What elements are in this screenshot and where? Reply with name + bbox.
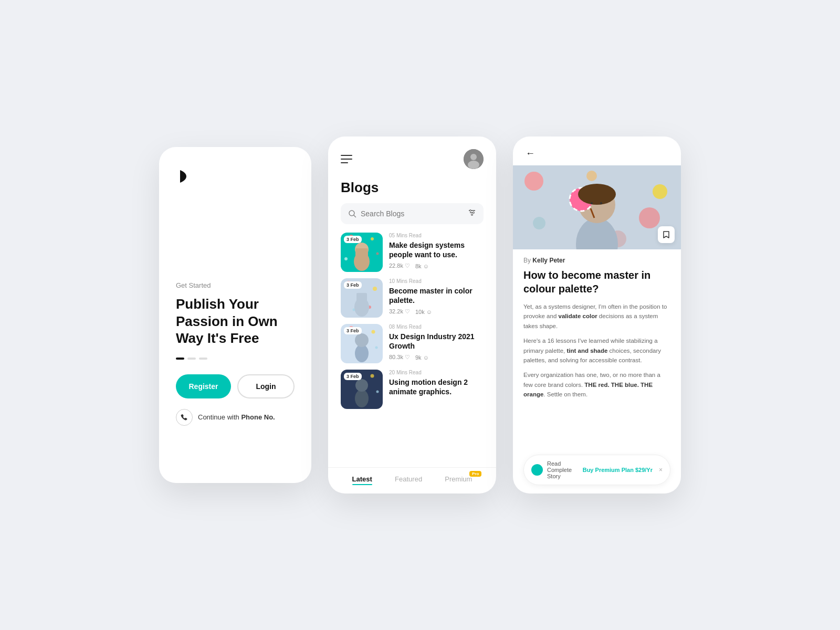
svg-point-48 — [578, 184, 616, 205]
blog-info: 08 Mins Read Ux Design Industry 2021 Gro… — [389, 324, 484, 361]
onboarding-content: Get Started Publish Your Passion in Own … — [176, 187, 295, 426]
onboarding-screen: Get Started Publish Your Passion in Own … — [159, 147, 311, 483]
tab-latest[interactable]: Latest — [352, 475, 372, 485]
body-paragraph-2: Here's a 16 lessons I've learned while s… — [523, 336, 670, 365]
blog-thumbnail: 3 Feb — [341, 370, 383, 409]
svg-point-2 — [468, 161, 479, 169]
svg-point-50 — [600, 202, 602, 204]
date-badge: 3 Feb — [344, 236, 362, 243]
search-bar — [341, 203, 484, 224]
filter-icon[interactable] — [468, 208, 476, 219]
blog-info: 20 Mins Read Using motion design 2 anima… — [389, 370, 484, 400]
comments-stat: 8k ☺ — [415, 263, 429, 269]
svg-rect-25 — [356, 293, 367, 302]
avatar[interactable] — [464, 149, 484, 169]
blog-stats: 80.3k ♡ 9k ☺ — [389, 354, 484, 361]
screens-container: Get Started Publish Your Passion in Own … — [159, 136, 681, 494]
back-button[interactable]: ← — [526, 148, 668, 159]
get-started-label: Get Started — [176, 281, 295, 289]
svg-point-38 — [653, 184, 667, 199]
date-badge: 3 Feb — [344, 373, 362, 380]
svg-point-9 — [473, 212, 475, 214]
svg-point-20 — [373, 287, 377, 291]
article-header: ← — [513, 136, 681, 165]
close-read-more-button[interactable]: × — [659, 466, 663, 474]
blog-thumbnail: 3 Feb — [341, 233, 383, 272]
read-time: 20 Mins Read — [389, 370, 484, 375]
svg-point-1 — [470, 154, 477, 160]
svg-point-12 — [371, 237, 374, 240]
article-title: How to become master in colour palette? — [523, 268, 670, 296]
blog-title: Make design systems people want to use. — [389, 240, 484, 259]
phone-continue[interactable]: Continue with Phone No. — [176, 409, 295, 426]
pro-badge: Pro — [469, 471, 481, 477]
logo — [176, 168, 295, 187]
svg-point-33 — [376, 391, 379, 393]
article-screen: ← — [513, 136, 681, 494]
blog-stats: 22.8k ♡ 8k ☺ — [389, 262, 484, 269]
blog-stats: 32.2k ♡ 10k ☺ — [389, 308, 484, 315]
search-input[interactable] — [361, 209, 464, 218]
blogs-screen: Blogs 3 Feb — [328, 136, 496, 494]
svg-point-10 — [471, 214, 473, 216]
menu-icon[interactable] — [341, 155, 352, 163]
read-more-bar: Read Complete Story Buy Premium Plan $29… — [523, 455, 670, 485]
svg-point-14 — [344, 257, 348, 260]
svg-point-28 — [375, 346, 378, 349]
dot-3 — [199, 358, 207, 360]
list-item[interactable]: 3 Feb 05 Mins Read Make design syste — [341, 233, 484, 272]
blogs-header — [328, 136, 496, 175]
body-paragraph-1: Yet, as a systems designer, I'm often in… — [523, 302, 670, 331]
bookmark-button[interactable] — [658, 226, 675, 243]
blog-list: 3 Feb 05 Mins Read Make design syste — [328, 233, 496, 467]
article-hero-image — [513, 165, 681, 249]
svg-point-8 — [470, 210, 471, 212]
body-paragraph-3: Every organization has one, two, or no m… — [523, 370, 670, 399]
tab-premium[interactable]: Premium Pro — [445, 475, 472, 485]
date-badge: 3 Feb — [344, 281, 362, 289]
read-time: 10 Mins Read — [389, 278, 484, 284]
list-item[interactable]: 3 Feb 08 Mins Read Ux Design Industry 20… — [341, 324, 484, 363]
svg-rect-18 — [355, 248, 368, 259]
phone-icon — [176, 409, 193, 426]
hero-title: Publish Your Passion in Own Way It's Fre… — [176, 296, 295, 347]
svg-point-39 — [639, 207, 660, 228]
dot-2 — [187, 358, 196, 360]
likes-stat: 32.2k ♡ — [389, 308, 410, 315]
buy-premium-link[interactable]: Buy Premium Plan $29/Yr — [583, 467, 653, 473]
svg-point-37 — [524, 172, 543, 191]
dot-1 — [176, 358, 184, 360]
svg-point-42 — [586, 171, 597, 181]
article-content: By Kelly Peter How to become master in c… — [513, 249, 681, 449]
blog-info: 10 Mins Read Become master in color pale… — [389, 278, 484, 315]
svg-point-35 — [355, 379, 368, 392]
svg-point-40 — [533, 217, 545, 229]
likes-stat: 80.3k ♡ — [389, 354, 410, 361]
read-time: 08 Mins Read — [389, 324, 484, 330]
read-complete-text: Read Complete Story — [547, 460, 579, 479]
list-item[interactable]: 3 Feb 10 Mins Read Become master in colo… — [341, 278, 484, 318]
read-more-dot — [531, 464, 543, 476]
blog-title: Ux Design Industry 2021 Growth — [389, 332, 484, 351]
blog-info: 05 Mins Read Make design systems people … — [389, 233, 484, 269]
svg-point-30 — [355, 333, 369, 347]
tab-featured[interactable]: Featured — [395, 475, 422, 485]
login-button[interactable]: Login — [237, 374, 295, 398]
blog-thumbnail: 3 Feb — [341, 278, 383, 318]
read-time: 05 Mins Read — [389, 233, 484, 238]
comments-stat: 9k ☺ — [415, 354, 429, 361]
blogs-title: Blogs — [328, 175, 496, 203]
pagination-dots — [176, 358, 295, 360]
phone-continue-text: Continue with Phone No. — [198, 413, 275, 421]
register-button[interactable]: Register — [176, 374, 231, 398]
list-item[interactable]: 3 Feb 20 Mins Read Using motion design 2… — [341, 370, 484, 409]
auth-buttons: Register Login — [176, 374, 295, 398]
svg-line-4 — [354, 215, 356, 217]
likes-stat: 22.8k ♡ — [389, 262, 410, 269]
blog-title: Become master in color palette. — [389, 286, 484, 305]
svg-point-49 — [591, 202, 593, 204]
author-line: By Kelly Peter — [523, 257, 670, 264]
date-badge: 3 Feb — [344, 327, 362, 334]
svg-point-27 — [372, 330, 375, 334]
search-icon — [348, 209, 356, 218]
